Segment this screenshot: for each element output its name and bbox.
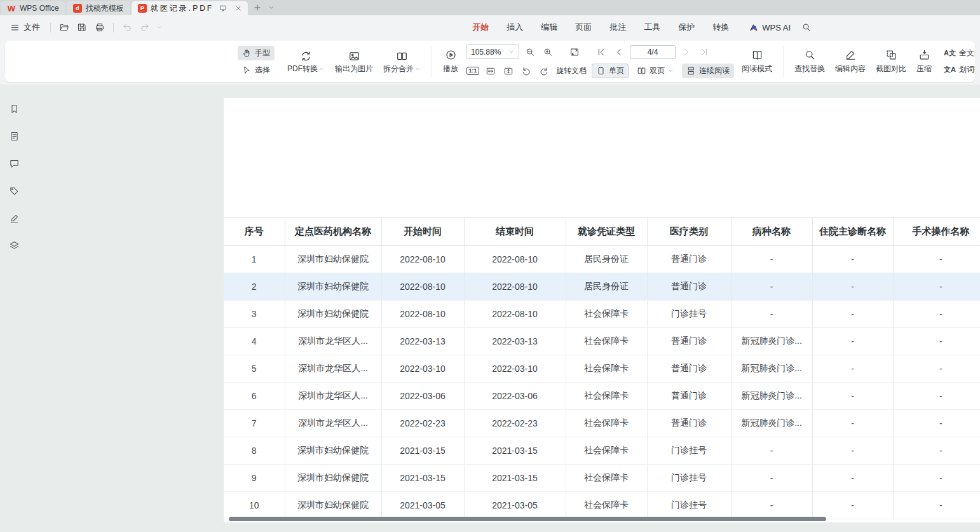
table-cell: - bbox=[893, 383, 980, 410]
table-cell: - bbox=[812, 410, 893, 437]
double-page-button[interactable]: 双页 bbox=[632, 64, 678, 78]
edit-content-button[interactable]: 编辑内容 bbox=[835, 49, 866, 74]
table-cell: 2021-03-05 bbox=[381, 492, 464, 519]
table-cell: 社会保障卡 bbox=[566, 355, 647, 383]
read-mode-button[interactable]: 阅读模式 bbox=[742, 49, 772, 74]
table-cell: 9 bbox=[224, 465, 285, 492]
rotate-left-button[interactable] bbox=[519, 64, 533, 78]
print-button[interactable] bbox=[92, 19, 108, 36]
rotate-right-button[interactable] bbox=[537, 64, 551, 78]
undo-button[interactable] bbox=[119, 19, 135, 36]
last-page-button[interactable] bbox=[697, 45, 711, 59]
open-file-button[interactable] bbox=[56, 19, 72, 36]
fit-width-button[interactable] bbox=[484, 64, 498, 78]
table-cell: 社会保障卡 bbox=[566, 437, 647, 465]
next-page-icon bbox=[681, 47, 691, 57]
select-tool-button[interactable]: 选择 bbox=[238, 63, 275, 78]
bookmark-panel-icon[interactable] bbox=[8, 102, 20, 115]
tab-list-chevron-icon[interactable] bbox=[266, 2, 277, 13]
annotation-panel-icon[interactable] bbox=[8, 212, 20, 224]
rotate-right-icon bbox=[539, 66, 549, 76]
table-cell: 社会保障卡 bbox=[566, 465, 647, 492]
table-cell: - bbox=[812, 437, 893, 465]
split-merge-button[interactable]: 拆分合并 bbox=[383, 50, 421, 72]
page-number-input[interactable]: 4/4 bbox=[630, 45, 676, 59]
ribbon-tab-home[interactable]: 开始 bbox=[464, 18, 497, 36]
find-replace-button[interactable]: 查找替换 bbox=[794, 49, 825, 74]
close-tab-icon[interactable] bbox=[233, 3, 244, 14]
table-cell: 普通门诊 bbox=[647, 410, 731, 437]
attachment-panel-icon[interactable] bbox=[8, 184, 20, 197]
full-translate-button[interactable]: A文 全文翻译 bbox=[939, 46, 975, 60]
ribbon-tab-pages[interactable]: 页面 bbox=[567, 18, 600, 36]
column-header: 住院主诊断名称 bbox=[812, 218, 893, 246]
fit-window-button[interactable] bbox=[568, 45, 582, 59]
continuous-read-button[interactable]: 连续阅读 bbox=[682, 64, 734, 78]
ribbon-tab-insert[interactable]: 插入 bbox=[498, 18, 531, 36]
file-menu-button[interactable]: 文件 bbox=[5, 19, 45, 36]
rotate-doc-button[interactable]: 旋转文档 bbox=[556, 65, 587, 76]
zoom-select[interactable]: 105.88% bbox=[466, 44, 519, 59]
table-cell: - bbox=[893, 492, 980, 519]
first-page-button[interactable] bbox=[594, 45, 608, 59]
column-header: 开始时间 bbox=[381, 218, 464, 246]
new-tab-button[interactable] bbox=[252, 2, 263, 13]
horizontal-scrollbar[interactable] bbox=[229, 517, 826, 521]
hand-tool-label: 手型 bbox=[255, 48, 270, 58]
table-cell: 4 bbox=[224, 328, 285, 355]
screenshot-compare-button[interactable]: 截图对比 bbox=[876, 49, 906, 74]
hamburger-icon bbox=[10, 23, 20, 32]
table-cell: 深圳市妇幼保健院 bbox=[285, 465, 381, 492]
redo-button[interactable] bbox=[137, 19, 153, 36]
tab-document-pdf[interactable]: P 就医记录.PDF bbox=[132, 1, 248, 15]
view-controls: 105.88% 4/4 1:1 旋转文档 bbox=[466, 44, 734, 79]
wps-ai-button[interactable]: WPS AI bbox=[742, 20, 797, 36]
next-page-button[interactable] bbox=[679, 45, 693, 59]
ribbon-tab-convert[interactable]: 转换 bbox=[704, 18, 737, 36]
ribbon-tab-protect[interactable]: 保护 bbox=[670, 18, 703, 36]
table-cell: - bbox=[893, 328, 980, 355]
table-row: 6深圳市龙华区人...2022-03-062022-03-06社会保障卡普通门诊… bbox=[224, 383, 980, 410]
hand-tool-button[interactable]: 手型 bbox=[238, 46, 275, 60]
table-cell: 门诊挂号 bbox=[647, 465, 731, 492]
single-page-button[interactable]: 单页 bbox=[592, 64, 629, 78]
play-button[interactable]: 播放 bbox=[443, 49, 458, 74]
folder-icon bbox=[59, 22, 69, 32]
undo-history-chevron-icon[interactable] bbox=[154, 19, 165, 36]
export-image-button[interactable]: 输出为图片 bbox=[335, 50, 373, 72]
zoom-out-button[interactable] bbox=[523, 45, 537, 59]
thumbnail-panel-icon[interactable] bbox=[8, 130, 20, 142]
prev-page-button[interactable] bbox=[612, 45, 626, 59]
divider bbox=[50, 23, 51, 32]
tab-wps-office[interactable]: W WPS Office bbox=[1, 1, 65, 15]
table-cell: 2022-03-10 bbox=[464, 355, 566, 383]
select-tool-label: 选择 bbox=[255, 65, 270, 76]
table-cell: 门诊挂号 bbox=[647, 301, 731, 328]
table-cell: - bbox=[812, 355, 893, 383]
ribbon-tab-tools[interactable]: 工具 bbox=[636, 18, 669, 36]
pdf-convert-button[interactable]: PDF转换 bbox=[287, 50, 325, 72]
comment-panel-icon[interactable] bbox=[8, 157, 20, 170]
table-row: 10深圳市妇幼保健院2021-03-052021-03-05社会保障卡门诊挂号-… bbox=[224, 492, 980, 519]
zoom-in-button[interactable] bbox=[541, 45, 555, 59]
actual-size-button[interactable]: 1:1 bbox=[466, 64, 480, 78]
search-icon[interactable] bbox=[798, 19, 815, 36]
ribbon-tab-comment[interactable]: 批注 bbox=[601, 18, 634, 36]
tab-docer-template[interactable]: d 找稿壳模板 bbox=[67, 1, 130, 15]
table-row: 7深圳市龙华区人...2022-02-232022-02-23社会保障卡普通门诊… bbox=[224, 410, 980, 437]
save-button[interactable] bbox=[74, 19, 90, 36]
pdf-convert-label: PDF转换 bbox=[287, 65, 318, 72]
table-header-row: 序号定点医药机构名称开始时间结束时间就诊凭证类型医疗类别病种名称住院主诊断名称手… bbox=[224, 218, 980, 246]
share-screen-icon[interactable] bbox=[217, 3, 229, 14]
fit-page-button[interactable] bbox=[501, 64, 515, 78]
word-translate-button[interactable]: 文A 划词翻译 bbox=[939, 62, 975, 77]
compress-button[interactable]: 压缩 bbox=[916, 49, 932, 74]
compress-label: 压缩 bbox=[916, 64, 932, 74]
screenshot-compare-icon bbox=[885, 49, 897, 61]
ribbon-tab-edit[interactable]: 编辑 bbox=[533, 18, 566, 36]
table-cell: 2022-03-10 bbox=[381, 355, 464, 383]
layers-panel-icon[interactable] bbox=[8, 239, 20, 252]
table-cell: - bbox=[812, 246, 893, 273]
table-cell: 7 bbox=[224, 410, 285, 437]
single-page-icon bbox=[596, 66, 606, 76]
